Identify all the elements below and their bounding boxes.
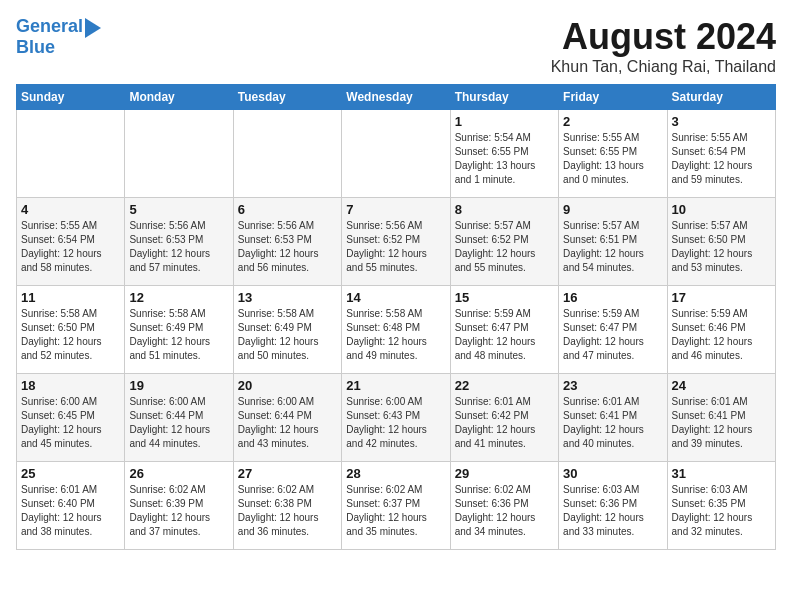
day-number: 19 [129,378,228,393]
day-number: 22 [455,378,554,393]
day-number: 21 [346,378,445,393]
day-number: 12 [129,290,228,305]
logo-arrow-icon [85,18,101,38]
day-number: 27 [238,466,337,481]
day-cell: 9Sunrise: 5:57 AM Sunset: 6:51 PM Daylig… [559,198,667,286]
day-cell: 30Sunrise: 6:03 AM Sunset: 6:36 PM Dayli… [559,462,667,550]
day-cell: 19Sunrise: 6:00 AM Sunset: 6:44 PM Dayli… [125,374,233,462]
day-number: 1 [455,114,554,129]
header-wednesday: Wednesday [342,85,450,110]
day-number: 25 [21,466,120,481]
title-section: August 2024 Khun Tan, Chiang Rai, Thaila… [551,16,776,76]
day-cell: 5Sunrise: 5:56 AM Sunset: 6:53 PM Daylig… [125,198,233,286]
day-info: Sunrise: 5:57 AM Sunset: 6:50 PM Dayligh… [672,219,771,275]
day-number: 26 [129,466,228,481]
day-info: Sunrise: 5:58 AM Sunset: 6:49 PM Dayligh… [238,307,337,363]
day-cell: 13Sunrise: 5:58 AM Sunset: 6:49 PM Dayli… [233,286,341,374]
day-cell: 31Sunrise: 6:03 AM Sunset: 6:35 PM Dayli… [667,462,775,550]
week-row-3: 11Sunrise: 5:58 AM Sunset: 6:50 PM Dayli… [17,286,776,374]
day-number: 15 [455,290,554,305]
day-info: Sunrise: 5:57 AM Sunset: 6:51 PM Dayligh… [563,219,662,275]
day-cell [342,110,450,198]
week-row-2: 4Sunrise: 5:55 AM Sunset: 6:54 PM Daylig… [17,198,776,286]
day-cell: 15Sunrise: 5:59 AM Sunset: 6:47 PM Dayli… [450,286,558,374]
day-info: Sunrise: 5:56 AM Sunset: 6:53 PM Dayligh… [238,219,337,275]
day-info: Sunrise: 5:59 AM Sunset: 6:47 PM Dayligh… [563,307,662,363]
day-cell: 16Sunrise: 5:59 AM Sunset: 6:47 PM Dayli… [559,286,667,374]
day-info: Sunrise: 5:59 AM Sunset: 6:47 PM Dayligh… [455,307,554,363]
day-cell: 2Sunrise: 5:55 AM Sunset: 6:55 PM Daylig… [559,110,667,198]
day-info: Sunrise: 6:02 AM Sunset: 6:39 PM Dayligh… [129,483,228,539]
day-cell: 22Sunrise: 6:01 AM Sunset: 6:42 PM Dayli… [450,374,558,462]
day-number: 4 [21,202,120,217]
header-saturday: Saturday [667,85,775,110]
day-info: Sunrise: 6:00 AM Sunset: 6:44 PM Dayligh… [238,395,337,451]
header-monday: Monday [125,85,233,110]
day-cell: 3Sunrise: 5:55 AM Sunset: 6:54 PM Daylig… [667,110,775,198]
day-info: Sunrise: 5:57 AM Sunset: 6:52 PM Dayligh… [455,219,554,275]
day-info: Sunrise: 6:03 AM Sunset: 6:36 PM Dayligh… [563,483,662,539]
day-cell: 21Sunrise: 6:00 AM Sunset: 6:43 PM Dayli… [342,374,450,462]
day-cell: 8Sunrise: 5:57 AM Sunset: 6:52 PM Daylig… [450,198,558,286]
calendar-body: 1Sunrise: 5:54 AM Sunset: 6:55 PM Daylig… [17,110,776,550]
day-number: 11 [21,290,120,305]
day-info: Sunrise: 6:00 AM Sunset: 6:44 PM Dayligh… [129,395,228,451]
day-cell: 25Sunrise: 6:01 AM Sunset: 6:40 PM Dayli… [17,462,125,550]
day-cell: 26Sunrise: 6:02 AM Sunset: 6:39 PM Dayli… [125,462,233,550]
week-row-1: 1Sunrise: 5:54 AM Sunset: 6:55 PM Daylig… [17,110,776,198]
day-cell: 10Sunrise: 5:57 AM Sunset: 6:50 PM Dayli… [667,198,775,286]
day-number: 6 [238,202,337,217]
day-info: Sunrise: 6:01 AM Sunset: 6:41 PM Dayligh… [563,395,662,451]
day-cell [17,110,125,198]
location: Khun Tan, Chiang Rai, Thailand [551,58,776,76]
day-cell: 23Sunrise: 6:01 AM Sunset: 6:41 PM Dayli… [559,374,667,462]
day-info: Sunrise: 6:01 AM Sunset: 6:40 PM Dayligh… [21,483,120,539]
calendar-header: Sunday Monday Tuesday Wednesday Thursday… [17,85,776,110]
day-info: Sunrise: 5:56 AM Sunset: 6:52 PM Dayligh… [346,219,445,275]
day-info: Sunrise: 5:56 AM Sunset: 6:53 PM Dayligh… [129,219,228,275]
day-info: Sunrise: 6:01 AM Sunset: 6:41 PM Dayligh… [672,395,771,451]
page-header: General Blue August 2024 Khun Tan, Chian… [16,16,776,76]
day-cell: 14Sunrise: 5:58 AM Sunset: 6:48 PM Dayli… [342,286,450,374]
day-number: 16 [563,290,662,305]
month-title: August 2024 [551,16,776,58]
logo-text-line1: General [16,17,83,37]
week-row-5: 25Sunrise: 6:01 AM Sunset: 6:40 PM Dayli… [17,462,776,550]
day-number: 23 [563,378,662,393]
header-friday: Friday [559,85,667,110]
day-info: Sunrise: 5:58 AM Sunset: 6:50 PM Dayligh… [21,307,120,363]
day-cell: 18Sunrise: 6:00 AM Sunset: 6:45 PM Dayli… [17,374,125,462]
day-info: Sunrise: 5:58 AM Sunset: 6:48 PM Dayligh… [346,307,445,363]
week-row-4: 18Sunrise: 6:00 AM Sunset: 6:45 PM Dayli… [17,374,776,462]
day-number: 2 [563,114,662,129]
day-number: 3 [672,114,771,129]
day-cell: 17Sunrise: 5:59 AM Sunset: 6:46 PM Dayli… [667,286,775,374]
day-cell: 28Sunrise: 6:02 AM Sunset: 6:37 PM Dayli… [342,462,450,550]
day-number: 9 [563,202,662,217]
day-number: 20 [238,378,337,393]
day-number: 13 [238,290,337,305]
day-info: Sunrise: 5:55 AM Sunset: 6:54 PM Dayligh… [21,219,120,275]
day-number: 29 [455,466,554,481]
day-number: 8 [455,202,554,217]
day-cell [125,110,233,198]
day-number: 30 [563,466,662,481]
header-thursday: Thursday [450,85,558,110]
day-number: 10 [672,202,771,217]
day-info: Sunrise: 5:58 AM Sunset: 6:49 PM Dayligh… [129,307,228,363]
day-number: 28 [346,466,445,481]
day-info: Sunrise: 6:02 AM Sunset: 6:36 PM Dayligh… [455,483,554,539]
day-cell: 12Sunrise: 5:58 AM Sunset: 6:49 PM Dayli… [125,286,233,374]
day-cell: 1Sunrise: 5:54 AM Sunset: 6:55 PM Daylig… [450,110,558,198]
day-info: Sunrise: 6:03 AM Sunset: 6:35 PM Dayligh… [672,483,771,539]
day-cell: 7Sunrise: 5:56 AM Sunset: 6:52 PM Daylig… [342,198,450,286]
day-number: 31 [672,466,771,481]
day-number: 7 [346,202,445,217]
day-info: Sunrise: 6:01 AM Sunset: 6:42 PM Dayligh… [455,395,554,451]
day-info: Sunrise: 6:02 AM Sunset: 6:38 PM Dayligh… [238,483,337,539]
day-cell: 29Sunrise: 6:02 AM Sunset: 6:36 PM Dayli… [450,462,558,550]
day-info: Sunrise: 5:54 AM Sunset: 6:55 PM Dayligh… [455,131,554,187]
header-row: Sunday Monday Tuesday Wednesday Thursday… [17,85,776,110]
day-cell: 11Sunrise: 5:58 AM Sunset: 6:50 PM Dayli… [17,286,125,374]
day-cell: 6Sunrise: 5:56 AM Sunset: 6:53 PM Daylig… [233,198,341,286]
